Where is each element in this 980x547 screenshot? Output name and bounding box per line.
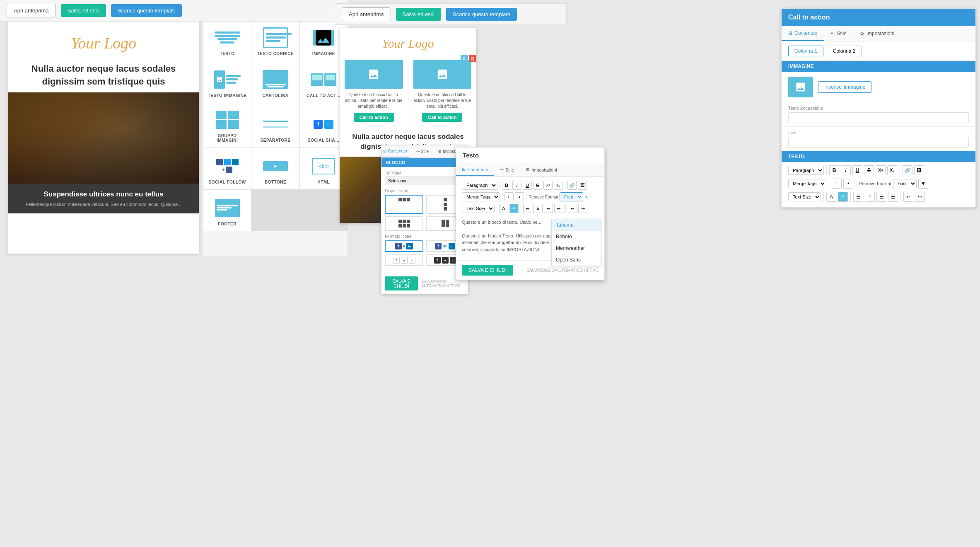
content-item-separatore[interactable]: SEPARATORE xyxy=(251,103,299,148)
ep2-cta-col-1: Questo è un blocco Call to action, usato… xyxy=(340,55,408,127)
testo-sub-btn[interactable]: X₂ xyxy=(554,181,563,190)
undo-btn[interactable]: ↩ xyxy=(903,192,913,202)
sp-tab-style[interactable]: ✏ Stile xyxy=(409,145,436,157)
sp-tab-content[interactable]: ⊞ Contenuto xyxy=(381,145,409,157)
testo-align-center[interactable]: ≡ xyxy=(533,204,543,213)
link-btn[interactable]: 🔗 xyxy=(903,165,912,175)
ep2-ctrl-copy[interactable]: ⧉ xyxy=(461,55,468,62)
insert-image-btn[interactable]: Inserisci immagine xyxy=(818,81,871,93)
font-select[interactable]: Font xyxy=(893,179,917,188)
font-arrow-btn[interactable]: ▼ xyxy=(918,179,928,189)
ep2-cta-block: ◁ + ⧉ 🗑 Questo è un blocco Call to actio… xyxy=(340,55,476,127)
testo-div-1 xyxy=(500,181,500,190)
testo-toolbar-row-3: Text Size A A ☰ ≡ ☰ ☰ ↩ ↪ xyxy=(462,204,599,213)
link-input[interactable] xyxy=(788,137,969,148)
ep2-cta-btn-1[interactable]: Call to action xyxy=(354,113,394,122)
image-btn[interactable]: 🖼 xyxy=(914,165,924,175)
underline-btn[interactable]: U xyxy=(852,165,862,175)
align-left-btn[interactable]: ☰ xyxy=(853,192,863,202)
divider-2 xyxy=(900,165,900,175)
testo-paragraph-select[interactable]: Paragraph xyxy=(462,181,497,190)
testo-undo-btn[interactable]: ↩ xyxy=(568,204,577,213)
save-button[interactable]: Salva ed esci xyxy=(61,4,106,17)
testo-align-left[interactable]: ☰ xyxy=(523,204,532,213)
testo-underline-btn[interactable]: U xyxy=(523,181,532,190)
font-option-merriweather[interactable]: Merriweather xyxy=(552,242,601,254)
content-item-testo[interactable]: TESTO xyxy=(203,19,251,61)
right-panel-tabs: ⊞ Contenuto ✏ Stile ⚙ Impostazioni xyxy=(782,26,975,41)
sp-typology-select[interactable]: Solo icone xyxy=(385,177,464,185)
sp-save-btn[interactable]: SALVA E CHIUDI xyxy=(385,276,418,290)
redo-btn[interactable]: ↪ xyxy=(915,192,925,202)
testo-strike-btn[interactable]: S xyxy=(533,181,542,190)
sp-format-3[interactable]: f y in xyxy=(385,254,423,266)
save-button-2[interactable]: Salva ed esci xyxy=(396,8,441,21)
content-item-gruppo-immagini[interactable]: GRUPPO IMMAGINI xyxy=(203,103,251,148)
font-option-roboto[interactable]: Roboto xyxy=(552,231,601,242)
superscript-btn[interactable]: X² xyxy=(876,165,886,175)
email-food-image xyxy=(8,92,199,184)
paragraph-select[interactable]: Paragraph xyxy=(788,166,824,175)
testo-super-btn[interactable]: X² xyxy=(543,181,553,190)
testo-bold-btn[interactable]: B xyxy=(502,181,511,190)
testo-ul-btn[interactable]: • xyxy=(515,192,524,201)
preview-button[interactable]: Apri anteprima xyxy=(7,4,56,17)
content-panel: ⊞ CONTENUTO ⚙ IMPOSTAZIONI TESTO xyxy=(203,0,348,257)
testo-img-btn[interactable]: 🖼 xyxy=(578,181,587,190)
testo-size-select[interactable]: Text Size xyxy=(462,204,495,213)
testo-font-select[interactable]: Font xyxy=(560,192,583,201)
testo-color-btn[interactable]: A xyxy=(499,204,508,213)
preview-button-2[interactable]: Apri anteprima xyxy=(342,7,391,21)
right-panel-title: Call to action xyxy=(782,9,975,26)
bg-a-btn[interactable]: A xyxy=(838,192,848,202)
italic-btn[interactable]: I xyxy=(841,165,851,175)
testo-ol-btn[interactable]: 1. xyxy=(504,192,514,201)
testo-cornice-label: TESTO CORNICE xyxy=(257,51,294,56)
bold-btn[interactable]: B xyxy=(829,165,839,175)
strikethrough-btn[interactable]: S xyxy=(864,165,874,175)
list-ul-btn[interactable]: • xyxy=(843,179,853,189)
testo-merge-select[interactable]: Merge Tags xyxy=(462,192,500,201)
ep2-ctrl-trash[interactable]: 🗑 xyxy=(469,55,476,62)
rp-tab-settings[interactable]: ⚙ Impostazioni xyxy=(853,26,901,41)
testo-link-btn[interactable]: 🔗 xyxy=(567,181,577,190)
color-a-btn[interactable]: A xyxy=(826,192,836,202)
rp-tab-content[interactable]: ⊞ Contenuto xyxy=(782,26,824,41)
content-item-testo-cornice[interactable]: TESTO CORNICE xyxy=(251,19,299,61)
accessible-text-field: Testo Accessibile xyxy=(782,102,975,127)
content-item-footer[interactable]: FOOTER xyxy=(203,190,251,231)
testo-tab-settings[interactable]: ⚙ Impostazioni xyxy=(520,163,563,176)
rp-tab-style[interactable]: ✏ Stile xyxy=(824,26,853,41)
font-option-opensans[interactable]: Open Sans xyxy=(552,254,601,266)
text-size-select[interactable]: Text Size xyxy=(788,192,821,201)
align-justify-btn[interactable]: ☰ xyxy=(888,192,898,202)
testo-tab-style[interactable]: ✏ Stile xyxy=(494,163,520,176)
sp-layout-3[interactable] xyxy=(385,216,423,231)
testo-redo-btn[interactable]: ↪ xyxy=(578,204,587,213)
testo-italic-btn[interactable]: I xyxy=(512,181,521,190)
font-option-tahoma[interactable]: Tahoma xyxy=(552,219,601,231)
grid-icon-testo: ⊞ xyxy=(462,167,466,172)
ep2-cta-btn-2[interactable]: Call to action xyxy=(422,113,462,122)
testo-save-btn[interactable]: SALVA E CHIUDI xyxy=(462,265,513,276)
testo-tab-content[interactable]: ⊞ Contenuto xyxy=(456,163,494,176)
content-item-testo-immagine[interactable]: TESTO IMMAGINE xyxy=(203,61,251,103)
align-center-btn[interactable]: ≡ xyxy=(865,192,875,202)
merge-tags-select[interactable]: Merge Tags xyxy=(788,179,826,188)
testo-align-right[interactable]: ☰ xyxy=(544,204,553,213)
sp-layout-1[interactable] xyxy=(385,195,423,214)
content-item-social-follow[interactable]: + SOCIAL FOLLOW xyxy=(203,148,251,189)
content-item-cartolina[interactable]: CARTOLINA xyxy=(251,61,299,103)
subscript-btn[interactable]: X₂ xyxy=(887,165,897,175)
download-button-2[interactable]: Scarica questo template xyxy=(446,8,517,21)
testo-align-justify[interactable]: ☰ xyxy=(554,204,563,213)
col1-btn[interactable]: Colonna 1 xyxy=(788,46,823,56)
content-item-bottone[interactable]: ▶ BOTTONE xyxy=(251,148,299,189)
download-button[interactable]: Scarica questo template xyxy=(111,4,182,17)
align-right-btn[interactable]: ☰ xyxy=(876,192,886,202)
sp-format-1[interactable]: f y in xyxy=(385,240,423,252)
accessible-text-input[interactable] xyxy=(788,112,969,123)
col2-btn[interactable]: Colonna 2 xyxy=(827,46,862,56)
testo-bg-btn[interactable]: A xyxy=(509,204,519,213)
list-ol-btn[interactable]: 1. xyxy=(832,179,842,189)
